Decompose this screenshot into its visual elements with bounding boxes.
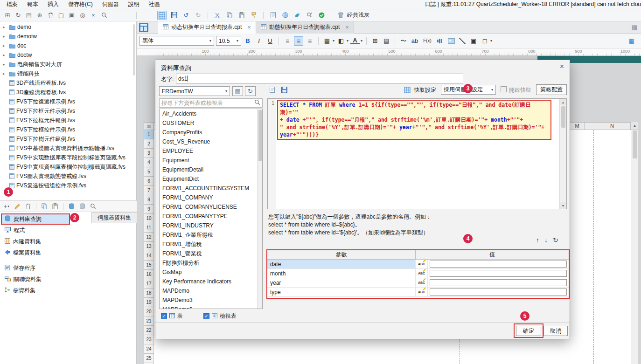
align-right-button[interactable]: ≡	[305, 36, 314, 46]
strategy-config-button[interactable]: 策略配置	[536, 84, 567, 95]
align-left-button[interactable]: ≡	[283, 36, 292, 46]
copy-dataset-button[interactable]	[40, 202, 49, 211]
row-header-cell[interactable]: 7	[144, 186, 154, 195]
insert-chart-button[interactable]	[435, 36, 445, 46]
table-list-item[interactable]: FORM1_企業所得稅	[160, 230, 262, 240]
tree-file[interactable]: 3D產線流程看板.fvs	[0, 88, 137, 97]
enable-cache-checkbox[interactable]	[501, 86, 507, 92]
document-tab[interactable]: 動態切換年月日查詢報表.cpt×	[256, 21, 354, 34]
parameter-value-input[interactable]	[430, 288, 567, 295]
template-icon[interactable]	[137, 21, 151, 34]
column-header-label[interactable]: N	[610, 123, 614, 129]
select-all-corner[interactable]: ▦	[144, 122, 154, 130]
column-header-label[interactable]: M	[575, 123, 579, 129]
expand-icon[interactable]: ▸	[3, 53, 7, 57]
parameter-row[interactable]: yearABC	[267, 278, 569, 288]
add-node-icon[interactable]: ⊕	[35, 11, 44, 20]
delete-icon[interactable]	[46, 11, 55, 20]
table-list[interactable]: Air_AccidentsCUSTOMERCompanyProfitsCost_…	[159, 109, 263, 309]
row-header-cell[interactable]: 9	[144, 205, 154, 214]
pagination-preview-button[interactable]	[268, 11, 278, 20]
table-list-item[interactable]: Key Performance Indicators	[160, 277, 262, 286]
table-search-input[interactable]: 搜尋下方資料表或檢視表	[159, 98, 263, 108]
table-list-item[interactable]: GisMap	[160, 268, 262, 277]
menu-item[interactable]: 伺服器	[98, 0, 124, 9]
tree-file[interactable]: FVS圖表實現動態警戒線.fvs	[0, 172, 137, 181]
font-name-select[interactable]: 黑体 ▾	[139, 36, 214, 46]
sql-editor-scrollbar[interactable]: ▲ ▼	[559, 99, 566, 209]
table-list-item[interactable]: FORM1_ACCOUNTTINGSYSTEM	[160, 184, 262, 193]
table-list-item[interactable]: FORM1_COMPANY	[160, 193, 262, 202]
row-header-cell[interactable]: 2	[144, 139, 154, 149]
close-icon[interactable]: ×	[560, 62, 564, 71]
table-list-item[interactable]: MAPDemo	[160, 286, 262, 295]
row-header-cell[interactable]: 14	[144, 251, 154, 261]
dataset-name-input[interactable]: ds1	[176, 74, 463, 83]
design-mode-icon[interactable]	[157, 11, 167, 20]
refresh-connection-button[interactable]: ↻	[245, 86, 256, 96]
row-header-cell[interactable]: 1	[144, 130, 154, 139]
row-header-cell[interactable]: 20	[144, 307, 154, 316]
ok-button[interactable]: 確定	[516, 326, 541, 336]
copy-button[interactable]	[225, 11, 234, 20]
row-header-cell[interactable]: 24	[144, 344, 154, 354]
view-filter-checkbox[interactable]: ✓ 檢視表	[203, 312, 237, 320]
sql-editor[interactable]: 1 SELECT * FROM 訂單 where 1=1 ${if(type==…	[267, 98, 567, 209]
italic-button[interactable]: I	[254, 36, 264, 46]
expand-icon[interactable]: ▸	[3, 25, 7, 29]
parameter-name-cell[interactable]: type	[267, 288, 416, 296]
tree-file[interactable]: FVS下拉框元件範例.fvs	[0, 116, 137, 125]
table-list-item[interactable]: Air_Accidents	[160, 109, 262, 118]
parameter-value-input[interactable]	[430, 279, 567, 286]
parameter-value-input[interactable]	[430, 270, 567, 277]
tree-folder[interactable]: ▸doc	[0, 41, 137, 50]
row-header-cell[interactable]: 21	[144, 316, 154, 326]
document-tab[interactable]: 动态切换年月日查询报表.cpt×	[158, 21, 256, 34]
font-color-button[interactable]: A▾	[350, 37, 362, 44]
parameter-value-cell[interactable]	[428, 288, 569, 296]
paste-dataset-button[interactable]	[50, 202, 60, 211]
parameter-value-cell[interactable]	[428, 278, 569, 287]
scroll-up-icon[interactable]: ▲	[631, 122, 638, 130]
server-dataset-button[interactable]	[77, 202, 87, 211]
tree-file[interactable]: FVS中实现数据库表字段控制标签页隐藏.fvs	[0, 153, 137, 162]
parameter-name-cell[interactable]: month	[267, 269, 416, 278]
table-list-item[interactable]: EquipmentDetail	[160, 165, 262, 174]
table-list-item[interactable]: Equipment	[160, 156, 262, 165]
tree-file[interactable]: FVS下拉復選框示例.fvs	[0, 97, 137, 106]
dataset-item[interactable]: 資料庫查詢	[1, 213, 70, 225]
insert-text-button[interactable]: ab	[410, 36, 419, 46]
table-list-item[interactable]: MAPDemo3	[160, 295, 262, 305]
search-dataset-button[interactable]	[88, 202, 98, 211]
expand-icon[interactable]: ▸	[3, 62, 7, 67]
new-template-icon[interactable]: ⊞	[3, 11, 12, 20]
export-sql-icon[interactable]	[279, 85, 289, 94]
menu-item[interactable]: 社區	[144, 0, 165, 9]
row-header-cell[interactable]: 17	[144, 279, 154, 288]
insert-image-button[interactable]	[446, 36, 456, 46]
scrollbar-thumb[interactable]	[561, 106, 565, 128]
row-header-cell[interactable]: 15	[144, 261, 154, 270]
expand-icon[interactable]: ▸	[3, 34, 7, 39]
tree-file[interactable]: FVS中實現資料庫表欄位控制標籤頁隱藏.fvs	[0, 162, 137, 172]
dataset-item[interactable]: 關聯資料集	[1, 274, 75, 285]
locate-icon[interactable]: ◎	[78, 11, 87, 20]
parameter-value-input[interactable]	[430, 261, 567, 268]
plugin-check-button[interactable]	[317, 11, 326, 20]
align-center-button[interactable]: ≡	[294, 36, 303, 46]
connection-select[interactable]: FRDemoTW ▾	[159, 86, 230, 96]
freehand-line-button[interactable]: 〜	[399, 36, 408, 46]
close-tab-icon[interactable]: ×	[247, 24, 251, 31]
tree-scrollbar[interactable]	[133, 24, 135, 76]
border-button[interactable]: ⊞	[370, 36, 380, 46]
row-header-cell[interactable]: 12	[144, 233, 154, 242]
remove-dataset-button[interactable]	[23, 202, 33, 211]
insert-widget-button[interactable]: ◻▾	[480, 36, 492, 46]
cut-button[interactable]	[213, 11, 222, 20]
edit-dataset-button[interactable]	[13, 202, 22, 211]
row-header-cell[interactable]: 25	[144, 354, 154, 363]
report-web-attr-icon[interactable]: ▦	[627, 36, 636, 46]
template-version-button[interactable]	[305, 11, 314, 20]
save-button[interactable]	[169, 11, 179, 20]
table-list-item[interactable]: FORM1_COMPANYLICENSE	[160, 202, 262, 212]
